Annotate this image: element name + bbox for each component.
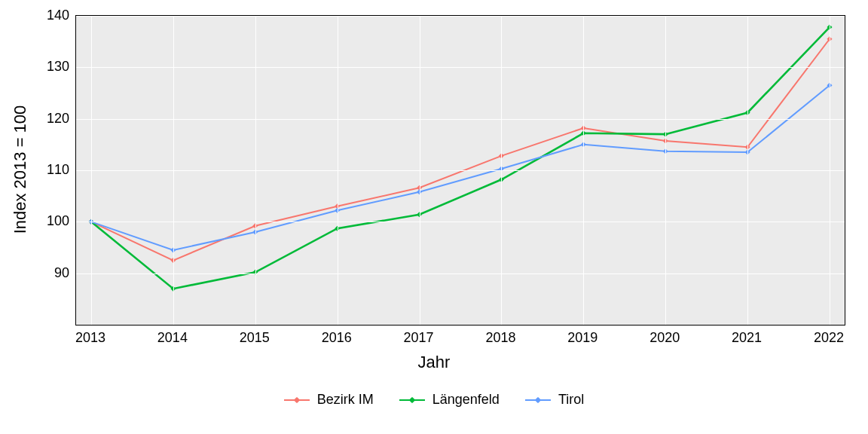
grid-line-v [501,16,502,325]
y-tick-label: 90 [32,264,69,280]
grid-line-v [338,16,338,325]
legend-item: Längenfeld [399,392,500,408]
grid-line-v [420,16,420,325]
grid-line-v [747,16,748,325]
grid-line-v [830,16,830,325]
grid-line-h [76,222,845,222]
x-tick-label: 2015 [240,330,270,346]
grid-line-v [91,16,92,325]
x-tick-label: 2014 [157,330,188,346]
y-tick-label: 130 [32,59,69,75]
y-tick-label: 120 [32,110,69,126]
y-tick-label: 100 [32,213,69,229]
x-tick-label: 2017 [404,330,434,346]
x-tick-label: 2016 [322,330,352,346]
x-tick-label: 2013 [75,330,105,346]
legend-item: Bezirk IM [284,392,374,408]
y-tick-label: 140 [32,8,69,23]
grid-line-h [76,67,845,68]
legend-label: Tirol [558,392,584,408]
x-axis-title: Jahr [0,353,868,372]
grid-line-h [76,170,845,171]
y-axis-title: Index 2013 = 100 [9,15,32,324]
grid-line-h [76,119,845,120]
y-axis-title-text: Index 2013 = 100 [11,105,30,234]
series-line [91,85,830,250]
y-tick-label: 110 [32,162,69,178]
grid-line-v [255,16,256,325]
plot-area [75,15,845,326]
x-tick-label: 2018 [485,330,515,346]
series-line [91,39,830,261]
grid-line-h [76,16,845,17]
legend: Bezirk IMLängenfeldTirol [0,392,868,408]
x-tick-label: 2020 [649,330,680,346]
line-chart: Index 2013 = 100 Jahr Bezirk IMLängenfel… [0,0,868,434]
series-line [91,27,830,289]
grid-line-v [665,16,666,325]
x-tick-label: 2021 [732,330,762,346]
legend-swatch [525,399,551,401]
legend-swatch [399,399,425,401]
x-axis-title-text: Jahr [418,353,451,371]
grid-line-h [76,274,845,274]
legend-label: Längenfeld [432,392,500,408]
x-tick-label: 2022 [814,330,844,346]
legend-swatch [284,399,310,401]
legend-label: Bezirk IM [317,392,374,408]
legend-item: Tirol [525,392,584,408]
grid-line-v [173,16,174,325]
grid-line-v [583,16,584,325]
x-tick-label: 2019 [567,330,598,346]
